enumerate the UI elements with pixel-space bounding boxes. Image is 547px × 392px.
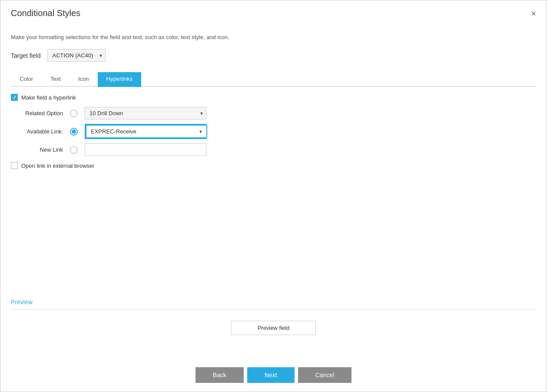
target-field-select[interactable]: ACTION (AC40) — [47, 49, 106, 62]
tab-hyperlinks[interactable]: Hyperlinks — [98, 72, 142, 87]
make-hyperlink-label: Make field a hyperlink — [21, 94, 76, 101]
tabs-bar: Color Text Icon Hyperlinks — [11, 72, 536, 87]
conditional-styles-dialog: Conditional Styles × Make your formattin… — [0, 0, 547, 392]
related-option-select-wrapper: 10 Drill Down — [85, 107, 206, 120]
target-field-select-wrapper: ACTION (AC40) — [47, 49, 106, 62]
options-grid: Related Option 10 Drill Down Available L… — [11, 107, 536, 156]
back-button[interactable]: Back — [196, 367, 244, 383]
target-field-label: Target field — [11, 52, 40, 59]
tab-icon[interactable]: Icon — [70, 72, 98, 87]
preview-section: Preview Preview field — [0, 299, 547, 339]
new-link-label: New Link — [11, 146, 67, 153]
open-external-label: Open link in external browser — [21, 163, 94, 169]
related-option-select[interactable]: 10 Drill Down — [85, 107, 206, 120]
available-link-label: Available Link: — [11, 128, 67, 135]
dialog-title: Conditional Styles — [11, 8, 80, 18]
dialog-header: Conditional Styles × — [0, 0, 547, 23]
description-text: Make your formatting selections for the … — [11, 34, 536, 40]
open-external-checkbox[interactable] — [11, 162, 18, 169]
available-link-radio[interactable] — [70, 128, 78, 136]
preview-title: Preview — [11, 299, 536, 306]
preview-divider — [11, 309, 536, 309]
available-link-select-wrapper: EXPREC-Receive — [85, 124, 206, 139]
new-link-radio[interactable] — [70, 146, 78, 154]
dialog-body: Make your formatting selections for the … — [0, 23, 547, 176]
tab-color[interactable]: Color — [11, 72, 42, 87]
available-link-control: EXPREC-Receive — [80, 124, 536, 139]
next-button[interactable]: Next — [247, 367, 295, 383]
related-option-label: Related Option — [11, 110, 67, 116]
available-link-select[interactable]: EXPREC-Receive — [86, 125, 207, 138]
close-button[interactable]: × — [531, 9, 536, 18]
open-external-row: Open link in external browser — [11, 162, 536, 169]
cancel-button[interactable]: Cancel — [298, 367, 352, 383]
preview-field: Preview field — [231, 321, 316, 335]
make-hyperlink-checkbox[interactable] — [11, 94, 18, 101]
target-field-row: Target field ACTION (AC40) — [11, 49, 536, 62]
new-link-control — [80, 143, 536, 156]
related-option-radio[interactable] — [70, 110, 78, 117]
tab-content-hyperlinks: Make field a hyperlink Related Option 10… — [11, 87, 536, 176]
dialog-footer: Back Next Cancel — [0, 359, 547, 392]
make-hyperlink-row: Make field a hyperlink — [11, 94, 536, 101]
new-link-input[interactable] — [85, 143, 206, 156]
preview-field-wrapper: Preview field — [11, 316, 536, 339]
related-option-control: 10 Drill Down — [80, 107, 536, 120]
tab-text[interactable]: Text — [42, 72, 70, 87]
